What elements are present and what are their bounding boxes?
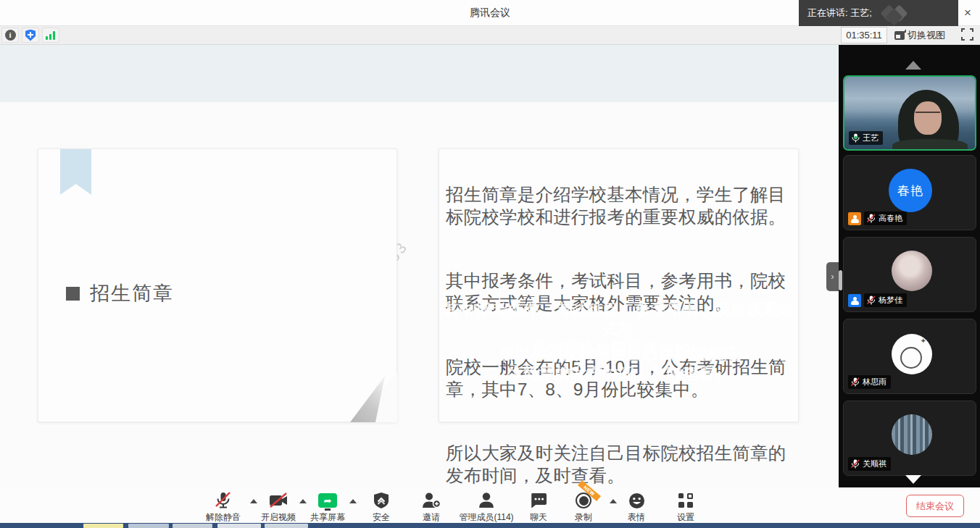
participant-tile[interactable]: 杨梦佳 [843,237,976,312]
meeting-security-button[interactable] [22,28,39,43]
square-bullet-icon [66,287,80,301]
participant-name: 王艺 [863,133,879,143]
meeting-window: 腾讯会议 正在讲话: 王艺; × i 01:35:11 切换视图 [0,0,980,528]
participant-tile[interactable]: 春艳 高春艳 [843,155,976,230]
bookmark-ribbon-icon [60,149,91,195]
shared-screen-area: +8613522263 26 招生简章 招生简章是介绍学校基本情况，学生了解目 … [0,45,839,528]
chat-bubble-icon [530,492,547,509]
end-meeting-button[interactable]: 结束会议 [906,495,964,517]
share-screen-button[interactable]: ➦ 共享屏幕 [302,492,354,524]
share-screen-icon: ➦ [318,493,337,508]
settings-grid-icon [678,493,693,508]
os-taskbar-sliver [0,523,980,528]
slide-paragraph-1: 招生简章是介绍学校基本情况，学生了解目 标院校学校和进行报考的重要权威的依据。 [446,183,795,228]
member-badge [848,294,861,307]
network-quality-button[interactable] [42,28,59,43]
security-shield-icon [373,492,389,509]
slide-title: 招生简章 [90,280,174,306]
signal-bars-icon [46,31,56,40]
invite-label: 邀请 [423,511,440,524]
speaking-status-text: 正在讲话: 王艺; [807,7,872,18]
avatar: 春艳 [889,169,932,212]
info-icon: i [5,30,16,41]
slide-card-title: 招生简章 [38,148,397,422]
scroll-up-icon[interactable] [905,61,921,70]
sidebar-collapse-handle[interactable]: › [826,262,839,291]
slide-card-body: 招生简章是介绍学校基本情况，学生了解目 标院校学校和进行报考的重要权威的依据。 … [439,148,799,422]
avatar [892,251,932,291]
settings-button[interactable]: 设置 [665,492,706,524]
smiley-icon [628,492,645,509]
switch-view-label: 切换视图 [908,29,945,42]
taskbar-window-active[interactable] [83,524,123,528]
participant-tile[interactable]: 王艺 [843,75,976,151]
close-icon[interactable]: × [958,4,977,22]
avatar [892,334,932,374]
slide-paragraph-4: 所以大家及时关注自己目标院校招生简章的 发布时间，及时查看。 [446,442,795,487]
participant-name: 林思雨 [863,377,886,387]
slide-body-text: 招生简章是介绍学校基本情况，学生了解目 标院校学校和进行报考的重要权威的依据。 … [446,161,795,528]
participant-name: 关顺祺 [863,458,886,469]
speaking-status: 正在讲话: 王艺; [799,0,958,26]
settings-label: 设置 [677,511,694,524]
mic-muted-icon [851,459,860,469]
record-button[interactable]: NEW 录制 [562,492,605,524]
participant-tile[interactable]: 林思雨 [843,319,976,394]
manage-members-button[interactable]: 管理成员(114) [453,492,520,524]
avatar [892,414,932,455]
security-button[interactable]: 安全 [360,492,403,524]
hand-raised-badge [848,212,861,225]
record-label: 录制 [575,511,592,524]
sidebar-scrollbar[interactable] [839,270,842,290]
members-person-icon [478,492,495,509]
taskbar-window[interactable] [173,524,212,528]
unmute-label: 解除静音 [206,511,241,524]
start-video-label: 开启视频 [261,511,296,524]
mic-muted-icon [867,296,876,305]
slide-paragraph-2: 其中报考条件，考试科目，参考用书，院校 联系方式等是大家格外需要关注的。 [446,269,795,314]
emoji-button[interactable]: 表情 [616,492,657,524]
shield-plus-icon [25,30,36,41]
fullscreen-icon[interactable] [961,28,973,41]
invite-person-icon [422,492,441,509]
participant-name: 高春艳 [879,213,902,224]
taskbar-window[interactable] [265,524,308,528]
slide-paragraph-3: 院校一般会在的5月-10月，公布考研招生简 章，其中7、8、9月份比较集中。 [446,356,795,401]
switch-view-button[interactable]: 切换视图 [894,27,945,43]
status-bar: i 01:35:11 切换视图 [0,26,980,45]
emoji-label: 表情 [628,511,645,524]
mic-active-icon [852,133,860,143]
mic-muted-icon [867,214,876,223]
title-bar: 腾讯会议 正在讲话: 王艺; × [0,0,980,26]
manage-members-label: 管理成员(114) [459,511,513,524]
security-label: 安全 [373,511,390,524]
bottom-toolbar: 解除静音 开启视频 ➦ 共享屏幕 [0,487,980,523]
taskbar-window[interactable] [217,524,261,528]
chat-label: 聊天 [530,511,547,524]
invite-button[interactable]: 邀请 [410,492,453,524]
start-video-button[interactable]: 开启视频 [252,492,304,524]
taskbar-window[interactable] [128,524,169,528]
scroll-down-icon[interactable] [905,475,921,484]
switch-view-icon [894,31,905,40]
share-options-caret[interactable] [349,499,357,503]
participant-name: 杨梦佳 [879,295,902,306]
chat-button[interactable]: 聊天 [518,492,559,524]
mic-muted-icon [851,377,860,387]
participants-sidebar: 王艺 春艳 高春艳 [839,45,980,487]
participant-tile[interactable]: 关顺祺 [843,401,976,476]
camera-off-icon [269,492,288,509]
slide-top-band [0,45,839,102]
unmute-button[interactable]: 解除静音 [197,492,249,524]
meeting-timer: 01:35:11 [841,27,887,43]
meeting-logo-icon [877,4,921,23]
share-screen-label: 共享屏幕 [310,511,345,524]
meeting-info-button[interactable]: i [1,28,19,43]
microphone-muted-icon [215,492,231,509]
